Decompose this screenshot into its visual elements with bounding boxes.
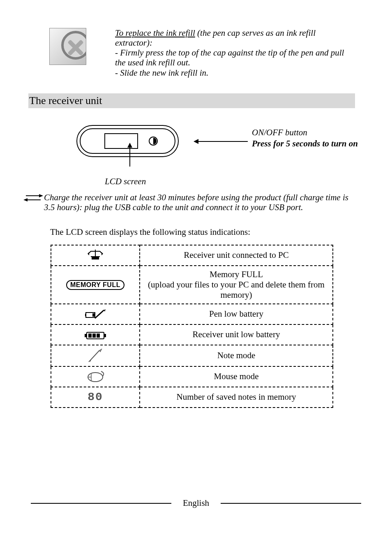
onoff-line1: ON/OFF button [252, 127, 307, 137]
pen-cap-extractor-image [49, 28, 86, 65]
svg-line-24 [90, 350, 99, 361]
footer-language-label: English [171, 498, 221, 508]
refill-step-2: - Slide the new ink refill in. [115, 68, 208, 78]
svg-rect-9 [91, 256, 100, 257]
note-mode-icon [51, 345, 140, 366]
status-desc-receiver-low-battery: Receiver unit low battery [140, 324, 333, 345]
receiver-diagram: ON/OFF button Press for 5 seconds to tur… [76, 125, 361, 176]
mouse-mode-icon [51, 366, 140, 387]
status-desc-memory-full: Memory FULL (upload your files to your P… [140, 266, 333, 304]
status-row-note-mode: Note mode [51, 345, 333, 366]
status-row-pen-low-battery: Pen low battery [51, 304, 333, 324]
memory-full-icon: MEMORY FULL [51, 266, 140, 304]
status-intro-text: The LCD screen displays the following st… [50, 227, 361, 237]
svg-rect-21 [88, 334, 92, 338]
status-row-connected: Receiver unit connected to PC [51, 245, 333, 266]
status-desc-saved-notes: Number of saved notes in memory [140, 387, 333, 408]
svg-rect-2 [105, 134, 138, 148]
footer-rule-left [31, 503, 171, 504]
receiver-unit-illustration [76, 125, 179, 158]
saved-notes-value: 80 [88, 391, 103, 403]
onoff-button-caption: ON/OFF button Press for 5 seconds to tur… [252, 127, 359, 150]
ink-refill-block: To replace the ink refill (the pen cap s… [49, 28, 361, 78]
status-desc-note-mode: Note mode [140, 345, 333, 366]
refill-step-1: - Firmly press the top of the cap agains… [115, 48, 344, 67]
status-row-receiver-low-battery: Receiver unit low battery [51, 324, 333, 345]
refill-heading: To replace the ink refill [115, 28, 195, 38]
status-desc-pen-low-battery: Pen low battery [140, 304, 333, 324]
svg-rect-14 [85, 314, 86, 316]
double-arrow-icon [23, 194, 43, 203]
svg-rect-8 [92, 257, 99, 259]
status-row-saved-notes: 80 Number of saved notes in memory [51, 387, 333, 408]
svg-rect-22 [92, 334, 96, 338]
svg-rect-20 [104, 334, 106, 337]
svg-marker-10 [88, 252, 89, 255]
svg-marker-17 [104, 309, 106, 312]
ink-refill-text: To replace the ink refill (the pen cap s… [115, 28, 353, 78]
arrow-to-onoff-button [198, 141, 248, 142]
memory-full-badge: MEMORY FULL [66, 280, 125, 290]
svg-marker-7 [23, 198, 28, 202]
arrow-to-lcd-screen [129, 147, 130, 167]
lcd-status-table: Receiver unit connected to PC MEMORY FUL… [51, 245, 333, 408]
status-row-mouse-mode: Mouse mode [51, 366, 333, 387]
footer-rule-right [221, 503, 361, 504]
status-desc-connected: Receiver unit connected to PC [140, 245, 333, 266]
status-desc-mouse-mode: Mouse mode [140, 366, 333, 387]
connected-icon [51, 245, 140, 266]
pen-low-battery-icon [51, 304, 140, 324]
status-row-memory-full: MEMORY FULL Memory FULL (upload your fil… [51, 266, 333, 304]
svg-marker-5 [39, 194, 43, 197]
svg-rect-23 [97, 334, 100, 338]
svg-marker-25 [99, 349, 102, 352]
saved-notes-count-icon: 80 [51, 387, 140, 408]
charge-note-row: Charge the receiver unit at least 30 min… [23, 192, 361, 212]
onoff-line2: Press for 5 seconds to turn on [252, 139, 358, 148]
receiver-low-battery-icon [51, 324, 140, 345]
svg-rect-19 [85, 334, 87, 337]
svg-marker-11 [101, 252, 103, 255]
svg-line-16 [95, 310, 104, 318]
svg-rect-15 [92, 313, 95, 317]
charge-note-text: Charge the receiver unit at least 30 min… [44, 192, 360, 212]
lcd-screen-label: LCD screen [105, 176, 361, 187]
page-footer: English [0, 498, 392, 508]
section-heading-receiver-unit: The receiver unit [28, 93, 355, 108]
